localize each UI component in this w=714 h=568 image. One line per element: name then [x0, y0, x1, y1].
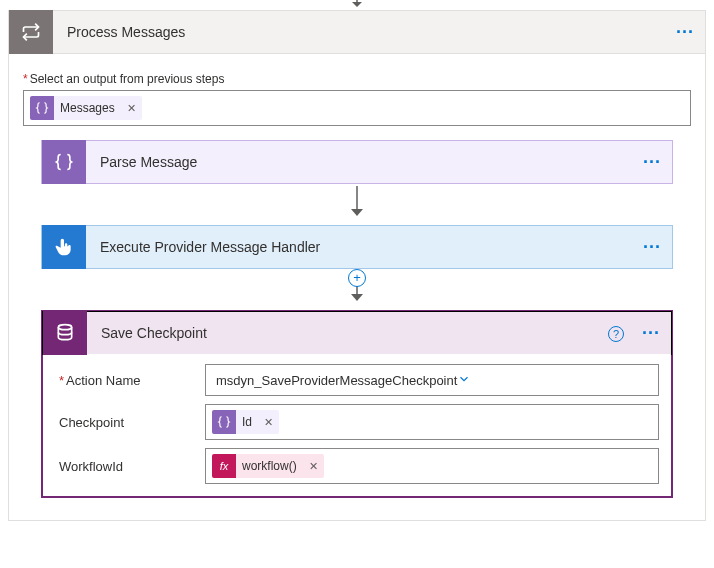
chevron-down-icon — [457, 372, 648, 389]
checkpoint-input[interactable]: Id ✕ — [205, 404, 659, 440]
parse-message-step[interactable]: Parse Message ··· — [41, 140, 673, 184]
step-title: Execute Provider Message Handler — [86, 239, 632, 255]
process-messages-step[interactable]: Process Messages ··· — [8, 10, 706, 54]
messages-chip[interactable]: Messages ✕ — [30, 96, 142, 120]
chip-label: Messages — [54, 96, 121, 120]
connector-arrow — [23, 184, 691, 225]
fx-icon: fx — [212, 454, 236, 478]
step-title: Process Messages — [53, 24, 665, 40]
save-checkpoint-body: *Action Name msdyn_SaveProviderMessageCh… — [43, 354, 671, 496]
save-checkpoint-header[interactable]: Save Checkpoint ? ··· — [42, 311, 672, 355]
svg-point-3 — [58, 325, 71, 330]
help-button[interactable]: ? — [601, 325, 631, 342]
execute-handler-step[interactable]: Execute Provider Message Handler ··· — [41, 225, 673, 269]
chip-label: workflow() — [236, 454, 303, 478]
save-checkpoint-panel: Save Checkpoint ? ··· *Action Name msdyn… — [41, 310, 673, 498]
required-mark: * — [23, 72, 28, 86]
more-button[interactable]: ··· — [632, 152, 672, 173]
step-title: Save Checkpoint — [87, 325, 601, 341]
workflowid-row: WorkflowId fx workflow() ✕ — [55, 448, 659, 484]
database-icon — [43, 311, 87, 355]
more-button[interactable]: ··· — [631, 323, 671, 344]
action-name-row: *Action Name msdyn_SaveProviderMessageCh… — [55, 364, 659, 396]
action-name-select[interactable]: msdyn_SaveProviderMessageCheckpoint — [205, 364, 659, 396]
output-label: *Select an output from previous steps — [23, 72, 691, 86]
chip-remove[interactable]: ✕ — [121, 96, 142, 120]
field-label: Checkpoint — [55, 415, 205, 430]
incoming-arrow — [0, 0, 714, 10]
workflowid-input[interactable]: fx workflow() ✕ — [205, 448, 659, 484]
more-button[interactable]: ··· — [665, 22, 705, 43]
workflow-fx-chip[interactable]: fx workflow() ✕ — [212, 454, 324, 478]
braces-icon — [212, 410, 236, 434]
braces-icon — [42, 140, 86, 184]
field-label: *Action Name — [55, 373, 205, 388]
add-step-button[interactable]: + — [348, 269, 366, 287]
chip-label: Id — [236, 410, 258, 434]
checkpoint-row: Checkpoint Id ✕ — [55, 404, 659, 440]
select-value: msdyn_SaveProviderMessageCheckpoint — [216, 373, 457, 388]
chip-remove[interactable]: ✕ — [258, 410, 279, 434]
touch-icon — [42, 225, 86, 269]
loop-body: *Select an output from previous steps Me… — [8, 54, 706, 521]
braces-icon — [30, 96, 54, 120]
chip-remove[interactable]: ✕ — [303, 454, 324, 478]
output-input[interactable]: Messages ✕ — [23, 90, 691, 126]
step-title: Parse Message — [86, 154, 632, 170]
loop-icon — [9, 10, 53, 54]
connector-arrow-with-add: + — [23, 269, 691, 310]
more-button[interactable]: ··· — [632, 237, 672, 258]
id-chip[interactable]: Id ✕ — [212, 410, 279, 434]
field-label: WorkflowId — [55, 459, 205, 474]
